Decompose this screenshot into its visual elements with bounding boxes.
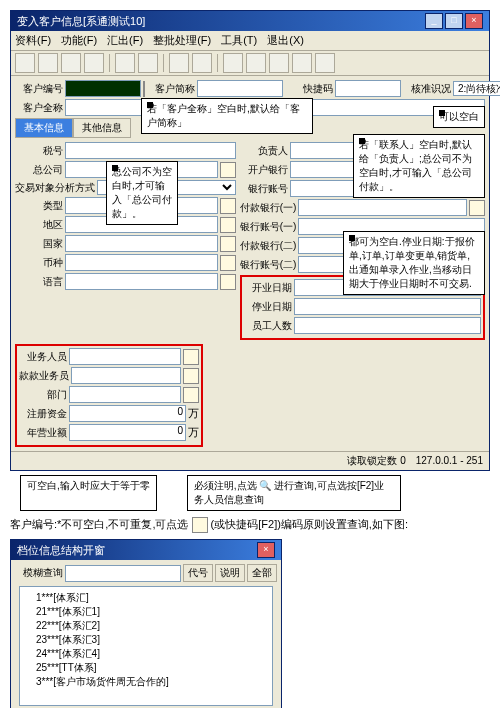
menu-tools[interactable]: 工具(T) xyxy=(221,33,257,48)
tree-item[interactable]: 1***[体系汇] xyxy=(24,591,268,605)
code-tree[interactable]: 1***[体系汇] 21***[体系汇1] 22***[体系汇2] 23***[… xyxy=(19,586,273,706)
close-icon[interactable]: × xyxy=(465,13,483,29)
lookup-icon[interactable] xyxy=(220,274,236,290)
dept-input[interactable] xyxy=(69,386,181,403)
menubar: 资料(F) 功能(F) 汇出(F) 整批处理(F) 工具(T) 退出(X) xyxy=(11,31,489,51)
lang-input[interactable] xyxy=(65,273,218,290)
cust-no-input[interactable] xyxy=(65,80,141,97)
col-a-btn[interactable]: 代号 xyxy=(183,564,213,582)
maximize-icon[interactable]: □ xyxy=(445,13,463,29)
quickcode-input[interactable] xyxy=(335,80,401,97)
all-btn[interactable]: 全部 xyxy=(247,564,277,582)
tax-input[interactable] xyxy=(65,142,236,159)
status-select[interactable]: 2:尚待核准 xyxy=(453,81,500,96)
curr-label: 币种 xyxy=(15,256,63,270)
sales-label: 业务人员 xyxy=(19,350,67,364)
lookup-icon[interactable] xyxy=(220,198,236,214)
lookup-icon[interactable] xyxy=(220,236,236,252)
toolbar-btn[interactable] xyxy=(61,53,81,73)
tree-item[interactable]: 3***[客户市场货件周无合作的] xyxy=(24,675,268,689)
window-titlebar: 变入客户信息[系通测试10] _ □ × xyxy=(11,11,489,31)
toolbar xyxy=(11,51,489,76)
annual-input[interactable]: 0 xyxy=(69,424,186,441)
window-title: 变入客户信息[系通测试10] xyxy=(17,14,145,29)
emp-label: 员工人数 xyxy=(244,319,292,333)
toolbar-btn[interactable] xyxy=(223,53,243,73)
callout-f2: 必须注明,点选 🔍 进行查询,可点选按[F2]业务人员信息查询 xyxy=(187,475,401,511)
startdate-label: 开业日期 xyxy=(244,281,292,295)
callout-blank-ok: 可以空白 xyxy=(433,106,485,128)
toolbar-btn[interactable] xyxy=(84,53,104,73)
prev-icon[interactable] xyxy=(115,53,135,73)
paybank1-input[interactable] xyxy=(298,199,467,216)
search-input[interactable] xyxy=(65,565,181,582)
enddate-input[interactable] xyxy=(294,298,481,315)
paybank2-label: 付款银行(二) xyxy=(240,239,297,253)
cancel-icon[interactable] xyxy=(192,53,212,73)
collector-input[interactable] xyxy=(71,367,181,384)
ip-label: 127.0.0.1 - 251 xyxy=(416,455,483,466)
minimize-icon[interactable]: _ xyxy=(425,13,443,29)
sales-input[interactable] xyxy=(69,348,181,365)
menu-func[interactable]: 功能(F) xyxy=(61,33,97,48)
toolbar-btn[interactable] xyxy=(38,53,58,73)
paybank1-label: 付款银行(一) xyxy=(240,201,297,215)
lookup-icon[interactable] xyxy=(469,200,485,216)
callout-contact: 若「联系人」空白时,默认给「负责人」;总公司不为空白时,才可输入「总公司付款」。 xyxy=(353,134,485,198)
next-icon[interactable] xyxy=(138,53,158,73)
nation-label: 国家 xyxy=(15,237,63,251)
menu-file[interactable]: 资料(F) xyxy=(15,33,51,48)
hq-label: 总公司 xyxy=(15,163,63,177)
close-icon[interactable]: × xyxy=(257,542,275,558)
tree-item[interactable]: 22***[体系汇2] xyxy=(24,619,268,633)
emp-input[interactable] xyxy=(294,317,481,334)
toolbar-btn[interactable] xyxy=(315,53,335,73)
col-b-btn[interactable]: 说明 xyxy=(215,564,245,582)
tab-other[interactable]: 其他信息 xyxy=(73,118,131,138)
quickcode-label: 快捷码 xyxy=(285,82,333,96)
code-struct-dialog: 档位信息结构开窗 × 模糊查询 代号 说明 全部 1***[体系汇] 21***… xyxy=(10,539,282,708)
menu-export[interactable]: 汇出(F) xyxy=(107,33,143,48)
lookup-icon[interactable] xyxy=(183,387,199,403)
annual-label: 年营业额 xyxy=(19,426,67,440)
tree-item[interactable]: 21***[体系汇1] xyxy=(24,605,268,619)
cat-label: 类型 xyxy=(15,199,63,213)
menu-exit[interactable]: 退出(X) xyxy=(267,33,304,48)
curr-input[interactable] xyxy=(65,254,218,271)
cust-no-label: 客户编号 xyxy=(15,82,63,96)
lang-label: 语言 xyxy=(15,275,63,289)
acct-label: 银行账号 xyxy=(240,182,288,196)
save-icon[interactable] xyxy=(169,53,189,73)
toolbar-btn[interactable] xyxy=(15,53,35,73)
lookup-icon[interactable] xyxy=(143,81,145,97)
tab-basic[interactable]: 基本信息 xyxy=(15,118,73,138)
statusbar: 读取锁定数 0 127.0.0.1 - 251 xyxy=(11,451,489,470)
bank-label: 开户银行 xyxy=(240,163,288,177)
cust-abbr-label: 客户简称 xyxy=(147,82,195,96)
callout-fullname: 若「客户全称」空白时,默认给「客户简称」 xyxy=(141,98,313,134)
lookup-icon[interactable] xyxy=(220,217,236,233)
person-icon[interactable] xyxy=(183,368,199,384)
person-icon[interactable] xyxy=(183,349,199,365)
main-window: 变入客户信息[系通测试10] _ □ × 资料(F) 功能(F) 汇出(F) 整… xyxy=(10,10,490,471)
toolbar-btn[interactable] xyxy=(292,53,312,73)
callout-enddate: 都可为空白.停业日期:于报价单,订单,订单变更单,销货单,出通知单录入作业,当移… xyxy=(343,231,485,295)
status-label: 核准识况 xyxy=(403,82,451,96)
collector-label: 款款业务员 xyxy=(19,369,69,383)
tree-item[interactable]: 24***[体系汇4] xyxy=(24,647,268,661)
bankacct1-label: 银行账号(一) xyxy=(240,220,297,234)
bankacct2-label: 银行账号(二) xyxy=(240,258,297,272)
tree-item[interactable]: 25***[TT体系] xyxy=(24,661,268,675)
menu-batch[interactable]: 整批处理(F) xyxy=(153,33,211,48)
toolbar-btn[interactable] xyxy=(269,53,289,73)
nation-input[interactable] xyxy=(65,235,218,252)
tip-cust-no: 客户编号:*不可空白,不可重复,可点选 (或快捷码[F2])编码原则设置查询,如… xyxy=(10,517,490,533)
toolbar-btn[interactable] xyxy=(246,53,266,73)
area-label: 地区 xyxy=(15,218,63,232)
search-label: 模糊查询 xyxy=(15,566,63,580)
reg-input[interactable]: 0 xyxy=(69,405,186,422)
lookup-icon[interactable] xyxy=(220,255,236,271)
cust-abbr-input[interactable] xyxy=(197,80,283,97)
tree-item[interactable]: 23***[体系汇3] xyxy=(24,633,268,647)
lookup-icon[interactable] xyxy=(220,162,236,178)
